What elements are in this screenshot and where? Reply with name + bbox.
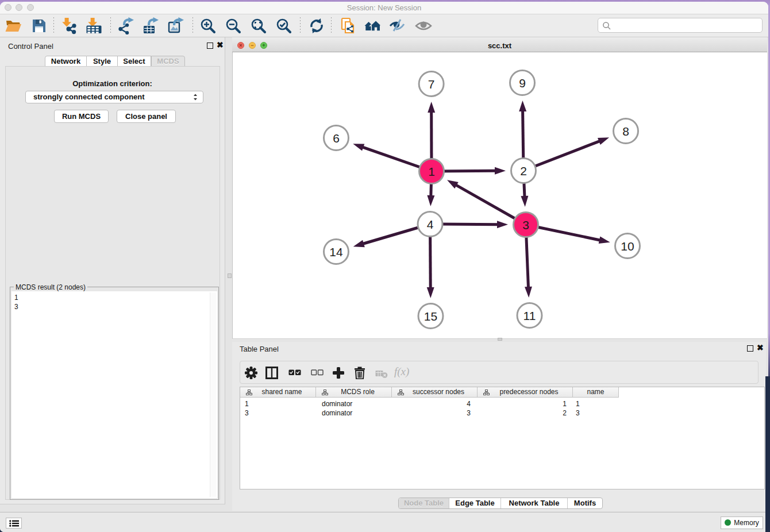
svg-text:15: 15 xyxy=(424,310,437,323)
svg-text:4: 4 xyxy=(427,218,434,231)
svg-text:3: 3 xyxy=(522,218,529,232)
svg-text:14: 14 xyxy=(329,245,343,259)
svg-text:8: 8 xyxy=(622,125,629,138)
svg-text:6: 6 xyxy=(333,132,340,145)
svg-text:1: 1 xyxy=(428,165,435,178)
svg-text:10: 10 xyxy=(621,240,634,253)
svg-text:11: 11 xyxy=(523,309,536,322)
svg-text:7: 7 xyxy=(428,78,435,91)
svg-text:2: 2 xyxy=(520,164,527,178)
svg-text:9: 9 xyxy=(519,76,526,90)
